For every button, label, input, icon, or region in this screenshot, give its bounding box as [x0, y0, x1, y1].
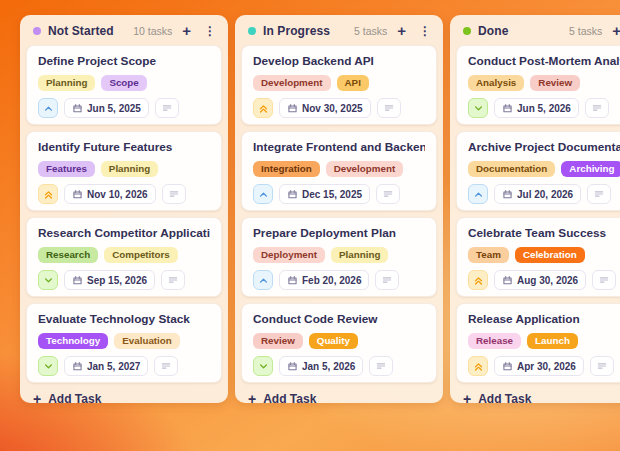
- due-date-chip[interactable]: Jul 20, 2026: [494, 184, 581, 204]
- due-date-chip[interactable]: Nov 10, 2026: [64, 184, 156, 204]
- tag-chip[interactable]: Celebration: [515, 247, 585, 263]
- notes-button[interactable]: [592, 270, 616, 290]
- task-card[interactable]: Prepare Deployment PlanDeploymentPlannin…: [241, 217, 437, 297]
- priority-button[interactable]: [253, 356, 273, 376]
- due-date-label: Jun 5, 2026: [517, 103, 571, 114]
- tag-chip[interactable]: Review: [530, 75, 580, 91]
- tag-chip[interactable]: Deployment: [253, 247, 325, 263]
- notes-button[interactable]: [375, 270, 399, 290]
- tag-chip[interactable]: Evaluation: [114, 333, 180, 349]
- add-task-button[interactable]: +Add Task: [235, 383, 443, 403]
- due-date-chip[interactable]: Sep 15, 2026: [64, 270, 155, 290]
- notes-button[interactable]: [161, 270, 185, 290]
- status-dot-icon: [248, 27, 256, 35]
- add-card-button[interactable]: +: [394, 23, 409, 38]
- task-card[interactable]: Archive Project DocumentationDocumentati…: [456, 131, 620, 211]
- priority-button[interactable]: [38, 184, 58, 204]
- task-controls: Jan 5, 2027: [38, 356, 210, 376]
- tag-chip[interactable]: Development: [253, 75, 331, 91]
- task-card[interactable]: Celebrate Team SuccessTeamCelebrationAug…: [456, 217, 620, 297]
- notes-button[interactable]: [590, 356, 614, 376]
- calendar-icon: [287, 189, 298, 200]
- due-date-chip[interactable]: Jan 5, 2026: [279, 356, 363, 376]
- tag-chip[interactable]: Documentation: [468, 161, 555, 177]
- notes-button[interactable]: [154, 356, 178, 376]
- tag-chip[interactable]: Release: [468, 333, 521, 349]
- column-menu-button[interactable]: ⋮: [416, 25, 434, 37]
- tag-chip[interactable]: Integration: [253, 161, 320, 177]
- task-card[interactable]: Conduct Code ReviewReviewQualityJan 5, 2…: [241, 303, 437, 383]
- tag-chip[interactable]: Competitors: [104, 247, 178, 263]
- due-date-chip[interactable]: Jan 5, 2027: [64, 356, 148, 376]
- calendar-icon: [502, 275, 513, 286]
- tag-chip[interactable]: API: [337, 75, 369, 91]
- tag-chip[interactable]: Features: [38, 161, 95, 177]
- task-card[interactable]: Release ApplicationReleaseLaunchApr 30, …: [456, 303, 620, 383]
- tag-chip[interactable]: Research: [38, 247, 98, 263]
- tag-chip[interactable]: Quality: [309, 333, 358, 349]
- priority-button[interactable]: [253, 184, 273, 204]
- add-task-button[interactable]: +Add Task: [20, 383, 228, 403]
- priority-button[interactable]: [38, 270, 58, 290]
- kebab-menu-icon: ⋮: [204, 24, 216, 38]
- tag-chip[interactable]: Review: [253, 333, 303, 349]
- tag-chip[interactable]: Technology: [38, 333, 108, 349]
- tag-chip[interactable]: Team: [468, 247, 509, 263]
- kanban-column: In Progress5 tasks+⋮Develop Backend APID…: [235, 15, 443, 403]
- task-card[interactable]: Conduct Post-Mortem AnalysisAnalysisRevi…: [456, 45, 620, 125]
- priority-button[interactable]: [468, 356, 488, 376]
- column-menu-button[interactable]: ⋮: [201, 25, 219, 37]
- due-date-chip[interactable]: Aug 30, 2026: [494, 270, 586, 290]
- due-date-chip[interactable]: Jun 5, 2025: [64, 98, 149, 118]
- priority-button[interactable]: [468, 270, 488, 290]
- priority-button[interactable]: [468, 98, 488, 118]
- tag-chip[interactable]: Archiving: [561, 161, 620, 177]
- chevron-down-icon: [42, 274, 55, 287]
- priority-button[interactable]: [468, 184, 488, 204]
- notes-button[interactable]: [376, 184, 400, 204]
- due-date-chip[interactable]: Nov 30, 2025: [279, 98, 371, 118]
- tag-row: DevelopmentAPI: [253, 75, 425, 91]
- task-controls: Apr 30, 2026: [468, 356, 620, 376]
- add-card-button[interactable]: +: [609, 23, 620, 38]
- task-card[interactable]: Research Competitor ApplicationsResearch…: [26, 217, 222, 297]
- priority-button[interactable]: [253, 98, 273, 118]
- notes-button[interactable]: [369, 356, 393, 376]
- chevron-up-icon: [472, 188, 485, 201]
- calendar-icon: [502, 361, 513, 372]
- due-date-label: Dec 15, 2025: [302, 189, 362, 200]
- task-card[interactable]: Identify Future FeaturesFeaturesPlanning…: [26, 131, 222, 211]
- task-card[interactable]: Evaluate Technology StackTechnologyEvalu…: [26, 303, 222, 383]
- notes-button[interactable]: [155, 98, 179, 118]
- tag-chip[interactable]: Launch: [527, 333, 578, 349]
- chevron-down-icon: [257, 360, 270, 373]
- priority-button[interactable]: [38, 356, 58, 376]
- notes-button[interactable]: [162, 184, 186, 204]
- plus-icon: +: [397, 22, 406, 39]
- task-card[interactable]: Define Project ScopePlanningScopeJun 5, …: [26, 45, 222, 125]
- priority-button[interactable]: [253, 270, 273, 290]
- priority-button[interactable]: [38, 98, 58, 118]
- task-card[interactable]: Develop Backend APIDevelopmentAPINov 30,…: [241, 45, 437, 125]
- tag-chip[interactable]: Planning: [331, 247, 388, 263]
- tag-chip[interactable]: Scope: [101, 75, 146, 91]
- notes-button[interactable]: [587, 184, 611, 204]
- task-card[interactable]: Integrate Frontend and BackendIntegratio…: [241, 131, 437, 211]
- tag-chip[interactable]: Analysis: [468, 75, 524, 91]
- notes-button[interactable]: [377, 98, 401, 118]
- kanban-column: Not Started10 tasks+⋮Define Project Scop…: [20, 15, 228, 403]
- add-task-button[interactable]: +Add Task: [450, 383, 620, 403]
- tag-chip[interactable]: Planning: [101, 161, 158, 177]
- task-controls: Jan 5, 2026: [253, 356, 425, 376]
- due-date-chip[interactable]: Jun 5, 2026: [494, 98, 579, 118]
- due-date-chip[interactable]: Dec 15, 2025: [279, 184, 370, 204]
- column-header: Not Started10 tasks+⋮: [20, 15, 228, 45]
- add-card-button[interactable]: +: [179, 23, 194, 38]
- add-task-label: Add Task: [48, 392, 101, 403]
- tag-chip[interactable]: Planning: [38, 75, 95, 91]
- notes-button[interactable]: [585, 98, 609, 118]
- due-date-chip[interactable]: Apr 30, 2026: [494, 356, 584, 376]
- due-date-chip[interactable]: Feb 20, 2026: [279, 270, 369, 290]
- tag-chip[interactable]: Development: [326, 161, 404, 177]
- chevron-up-icon: [257, 188, 270, 201]
